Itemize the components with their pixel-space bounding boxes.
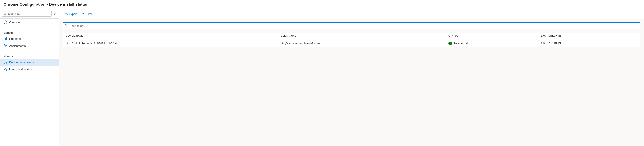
svg-point-7 xyxy=(6,45,6,46)
col-header-user-name: USER NAME xyxy=(278,33,446,39)
sidebar-item-user-install-status[interactable]: User install status xyxy=(0,66,59,73)
sidebar-divider-2 xyxy=(0,50,59,51)
status-succeeded: ✓ Succeeded xyxy=(448,42,536,45)
toolbar: Export Filter xyxy=(60,9,644,19)
filter-input-wrapper xyxy=(63,22,640,29)
assignments-icon xyxy=(4,44,7,48)
sidebar-item-label-user-install-status: User install status xyxy=(9,68,32,71)
col-header-last-checkin: LAST CHECK-IN xyxy=(538,33,640,39)
main-layout: « i Overview Manage xyxy=(0,9,644,146)
cell-user-name: afw@contoso.onmicrosoft.com xyxy=(278,39,446,48)
svg-rect-3 xyxy=(4,37,5,40)
filter-button[interactable]: Filter xyxy=(80,11,94,17)
svg-rect-5 xyxy=(6,38,7,40)
collapse-button[interactable]: « xyxy=(52,11,57,16)
sidebar-item-label-device-install-status: Device install status xyxy=(9,61,34,64)
sidebar: « i Overview Manage xyxy=(0,9,60,146)
svg-point-14 xyxy=(4,68,6,69)
sidebar-item-overview[interactable]: i Overview xyxy=(0,19,59,26)
sidebar-item-label-properties: Properties xyxy=(9,37,22,40)
table-body: afw_AndroidForWork_9/4/2019_4:00 AM afw@… xyxy=(63,39,640,48)
col-header-status: STATUS xyxy=(446,33,538,39)
export-icon xyxy=(65,12,68,16)
user-install-icon xyxy=(4,68,7,71)
col-header-device-name: DEVICE NAME xyxy=(63,33,278,39)
page-title: Chrome Configuration - Device install st… xyxy=(0,0,644,9)
export-button[interactable]: Export xyxy=(63,11,79,17)
svg-rect-2 xyxy=(4,38,4,40)
sidebar-section-monitor: Monitor xyxy=(0,52,59,59)
data-table: DEVICE NAME USER NAME STATUS LAST CHECK-… xyxy=(63,33,640,48)
svg-line-19 xyxy=(67,26,68,27)
status-text: Succeeded xyxy=(453,42,468,45)
sidebar-search-row: « xyxy=(0,9,59,19)
sidebar-item-assignments[interactable]: Assignments xyxy=(0,42,59,49)
sidebar-item-device-install-status[interactable]: Device install status xyxy=(0,59,59,66)
export-label: Export xyxy=(69,12,77,16)
cell-last-checkin: 9/04/19, 1:53 PM xyxy=(538,39,640,48)
filter-input-icon xyxy=(65,24,68,28)
svg-rect-8 xyxy=(4,61,6,63)
svg-rect-4 xyxy=(6,38,6,40)
succeeded-icon: ✓ xyxy=(448,42,452,45)
sidebar-item-properties[interactable]: Properties xyxy=(0,35,59,42)
content-area: DEVICE NAME USER NAME STATUS LAST CHECK-… xyxy=(60,19,644,146)
sidebar-section-manage: Manage xyxy=(0,28,59,35)
filter-input[interactable] xyxy=(63,22,640,29)
sidebar-item-label-overview: Overview xyxy=(9,21,21,24)
device-install-icon xyxy=(4,60,7,64)
filter-icon xyxy=(82,12,85,16)
filter-label: Filter xyxy=(86,12,92,16)
properties-icon xyxy=(4,37,7,40)
svg-text:i: i xyxy=(5,21,6,24)
sidebar-item-label-assignments: Assignments xyxy=(9,44,26,48)
table-header: DEVICE NAME USER NAME STATUS LAST CHECK-… xyxy=(63,33,640,39)
info-icon: i xyxy=(4,20,7,24)
main-content: Export Filter xyxy=(60,9,644,146)
cell-status: ✓ Succeeded xyxy=(446,39,538,48)
cell-device-name: afw_AndroidForWork_9/4/2019_4:00 AM xyxy=(63,39,278,48)
search-input[interactable] xyxy=(2,11,52,17)
sidebar-divider-1 xyxy=(0,27,59,27)
table-row: afw_AndroidForWork_9/4/2019_4:00 AM afw@… xyxy=(63,39,640,48)
svg-point-6 xyxy=(4,44,6,46)
svg-point-18 xyxy=(65,24,67,26)
